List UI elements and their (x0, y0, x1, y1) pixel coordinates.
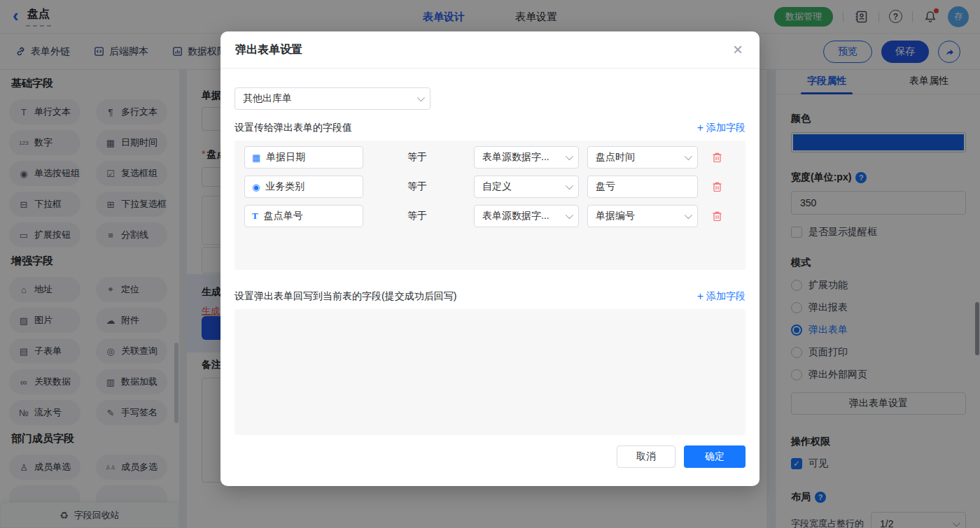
pass-fields-panel: ▦单据日期等于表单源数据字...盘点时间◉业务类别等于自定义盘亏T盘点单号等于表… (234, 141, 746, 270)
chevron-down-icon (417, 94, 425, 101)
cancel-button[interactable]: 取消 (617, 445, 676, 468)
source-type-select[interactable]: 自定义 (474, 176, 579, 198)
field-mapping-row: T盘点单号等于表单源数据字...单据编号 (244, 205, 736, 227)
operator-label: 等于 (407, 210, 427, 222)
delete-row-button[interactable] (712, 152, 722, 163)
source-type-select[interactable]: 表单源数据字... (474, 146, 579, 169)
close-icon[interactable]: × (733, 43, 743, 57)
value-input[interactable]: 盘亏 (587, 176, 698, 198)
field-mapping-row: ▦单据日期等于表单源数据字...盘点时间 (244, 146, 736, 169)
target-form-select[interactable]: 其他出库单 (234, 87, 430, 110)
field-name-label: 业务类别 (265, 180, 304, 193)
operator-label: 等于 (407, 151, 427, 164)
field-name-box[interactable]: T盘点单号 (244, 205, 363, 227)
plus-icon: + (697, 123, 704, 133)
delete-row-button[interactable] (712, 181, 722, 192)
operator-label: 等于 (407, 180, 427, 193)
trash-icon (712, 211, 722, 222)
delete-row-button[interactable] (712, 211, 722, 222)
add-field-button[interactable]: + 添加字段 (697, 122, 746, 134)
radio-icon: ◉ (252, 182, 260, 192)
confirm-button[interactable]: 确定 (684, 445, 746, 468)
field-name-box[interactable]: ▦单据日期 (244, 146, 363, 169)
value-select[interactable]: 单据编号 (587, 205, 698, 227)
chevron-down-icon (685, 152, 692, 160)
popup-form-settings-modal: 弹出表单设置 × 其他出库单 设置传给弹出表单的字段值 + 添加字段 ▦单据日期… (220, 31, 760, 486)
field-mapping-row: ◉业务类别等于自定义盘亏 (244, 176, 736, 198)
chevron-down-icon (566, 211, 573, 219)
modal-title: 弹出表单设置 (235, 43, 302, 57)
source-type-select[interactable]: 表单源数据字... (474, 205, 579, 227)
app-root: ‹ 盘点 表单设计 表单设置 数据管理 ? (0, 0, 980, 528)
trash-icon (712, 152, 722, 163)
text-icon: T (252, 211, 258, 222)
plus-icon: + (697, 292, 704, 301)
value-select[interactable]: 盘点时间 (587, 146, 698, 169)
writeback-fields-panel (234, 309, 746, 435)
chevron-down-icon (566, 182, 573, 190)
chevron-down-icon (566, 152, 573, 160)
field-name-box[interactable]: ◉业务类别 (244, 176, 363, 198)
field-name-label: 单据日期 (266, 151, 305, 164)
field-name-label: 盘点单号 (264, 210, 303, 222)
chevron-down-icon (685, 211, 692, 219)
add-field-button[interactable]: + 添加字段 (697, 290, 746, 303)
trash-icon (712, 181, 722, 192)
writeback-section-label: 设置弹出表单回写到当前表的字段(提交成功后回写) (234, 290, 456, 303)
calendar-icon: ▦ (252, 152, 260, 163)
pass-section-label: 设置传给弹出表单的字段值 (234, 122, 352, 134)
